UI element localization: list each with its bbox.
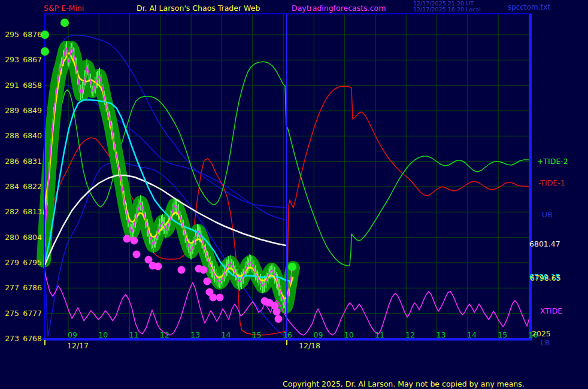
y-axis-label: 2756777 <box>2 309 42 318</box>
y-axis-label: 2886840 <box>2 131 42 140</box>
lower-band-LB <box>44 163 285 336</box>
page-title: Dr. Al Larson's Chaos Trader Web <box>137 4 260 13</box>
y-axis-label: 2826813 <box>2 207 42 216</box>
copyright-notice: Copyright 2025, Dr. Al Larson. May not b… <box>283 379 525 388</box>
y-axis-label: 2806804 <box>2 233 42 242</box>
x-axis-hour-label: 11 <box>375 330 384 339</box>
year-label: 2025 <box>532 329 551 338</box>
x-axis-hour-label: 13 <box>437 330 446 339</box>
pivot-dot-high <box>41 31 49 39</box>
date-label-day1: 12/17 <box>67 341 89 350</box>
x-axis-hour-label: 15 <box>498 330 507 339</box>
pivot-dot-low <box>133 251 141 259</box>
x-axis-hour-label: 09 <box>313 330 323 339</box>
y-axis-label: 2896849 <box>2 106 42 115</box>
y-axis-label: 2796795 <box>2 258 42 267</box>
chaos-trader-page: { "header": { "symbol": "S&P E-Mini", "t… <box>0 0 588 389</box>
site-link[interactable]: Daytradingforecasts.com <box>292 4 386 13</box>
x-axis-hour-label: 12 <box>160 330 169 339</box>
date-label-day2: 12/18 <box>299 341 320 350</box>
last-price-label: 6801.47 <box>529 239 560 248</box>
pivot-dot-high <box>288 263 296 271</box>
data-file-link[interactable]: spcctom.txt <box>508 3 550 11</box>
x-axis-hour-label: 14 <box>222 330 231 339</box>
x-axis-hour-label: 16 <box>283 330 292 339</box>
x-axis-hour-label: 09 <box>68 330 77 339</box>
pivot-dot-high <box>60 19 69 27</box>
y-axis-label: 2776786 <box>2 283 42 292</box>
minus-tide-label: -TIDE-1 <box>538 178 565 187</box>
pivot-dot-low <box>204 278 211 285</box>
pivot-dot-low <box>154 263 162 271</box>
x-axis-hour-label: 10 <box>344 330 354 339</box>
x-axis-hour-label: 13 <box>190 330 200 339</box>
plus-tide-label: +TIDE-2 <box>537 157 568 166</box>
timestamp-local: 12/17/2025 16:20 Local <box>413 7 481 13</box>
y-axis-label: 2846822 <box>2 182 42 191</box>
yellow-value-label: 6798.65 <box>530 273 561 282</box>
x-axis-hour-label: 10 <box>98 330 108 339</box>
y-axis-label: 2736768 <box>2 334 42 343</box>
x-axis-hour-label: 11 <box>129 330 139 339</box>
y-axis-label: 2936867 <box>2 55 42 64</box>
xtide-label: XTIDE <box>540 306 562 315</box>
symbol-label: S&P E-Mini <box>44 4 84 13</box>
pivot-dot-low <box>216 294 224 302</box>
x-axis-hour-label: 12 <box>405 330 415 339</box>
lower-band-label: LB <box>541 338 550 347</box>
pivot-dot-low <box>123 235 131 243</box>
pivot-dot-low <box>200 266 208 274</box>
x-axis-hour-label: 14 <box>467 330 477 339</box>
x-axis-hour-label: 15 <box>252 330 262 339</box>
pivot-dot-high <box>41 47 49 56</box>
pivot-dot-low <box>178 266 186 274</box>
cyan-ma <box>45 100 290 281</box>
pivot-dot-low <box>273 308 281 316</box>
y-axis-label: 2916858 <box>2 81 42 90</box>
session-tick-day2 <box>286 340 287 345</box>
pivot-dot-low <box>275 315 283 323</box>
y-axis-label: 2866831 <box>2 157 42 166</box>
pivot-dot-low <box>131 237 138 245</box>
y-axis-label: 2956876 <box>2 30 42 39</box>
session-tick-day1 <box>44 340 46 345</box>
upper-band-label: UB <box>542 210 553 219</box>
